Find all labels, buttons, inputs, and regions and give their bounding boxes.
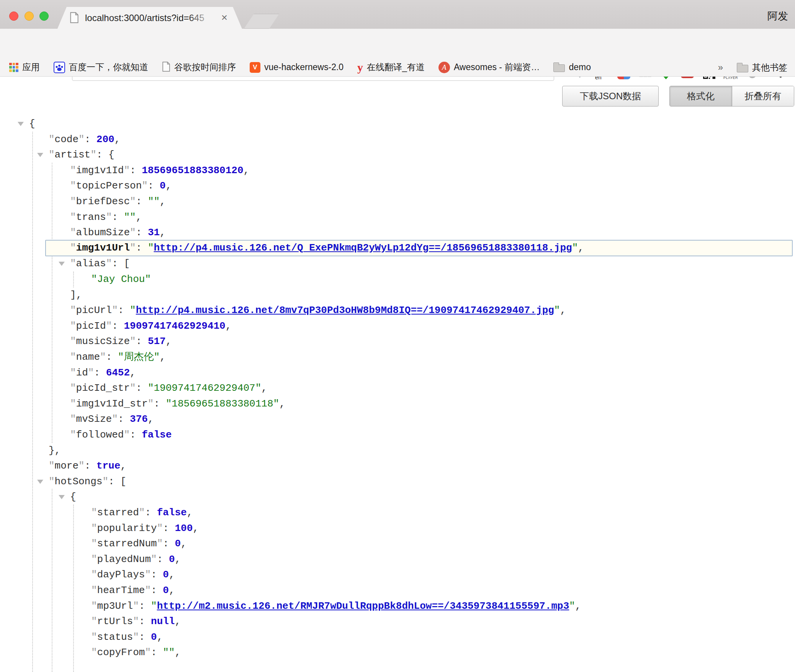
collapse-triangle-icon[interactable] bbox=[59, 495, 65, 499]
json-token: : bbox=[139, 631, 151, 643]
json-token: picId_str bbox=[76, 382, 130, 394]
json-token: artist bbox=[55, 149, 91, 161]
json-token: , bbox=[166, 336, 172, 347]
json-token: "18569651883380118" bbox=[166, 398, 279, 410]
bookmark-vue-hackernews[interactable]: V vue-hackernews-2.0 bbox=[250, 58, 344, 77]
json-token: " bbox=[70, 242, 76, 254]
json-token: : bbox=[136, 196, 148, 207]
json-token: img1v1Id_str bbox=[76, 398, 148, 410]
json-token: { bbox=[29, 118, 35, 129]
json-token: 517 bbox=[148, 336, 166, 347]
json-token: : bbox=[148, 180, 160, 192]
json-token: " bbox=[157, 523, 163, 534]
json-token: " bbox=[130, 227, 136, 238]
tab-close-icon[interactable]: × bbox=[221, 7, 227, 29]
json-token: }, bbox=[49, 445, 61, 456]
collapse-triangle-icon[interactable] bbox=[59, 262, 65, 266]
indent-guide bbox=[52, 163, 52, 443]
json-token: status bbox=[97, 631, 133, 643]
json-token: " bbox=[91, 631, 97, 643]
json-token: " bbox=[572, 242, 578, 254]
json-token: , bbox=[193, 523, 199, 534]
json-token: hotSongs bbox=[55, 476, 103, 487]
json-token: img1v1Id bbox=[76, 165, 124, 176]
collapse-triangle-icon[interactable] bbox=[18, 122, 24, 126]
bookmark-apps[interactable]: 应用 bbox=[9, 58, 40, 77]
json-token: , bbox=[578, 242, 584, 254]
json-line: "rtUrls": null, bbox=[91, 614, 181, 629]
bookmark-youdao[interactable]: y 在线翻译_有道 bbox=[357, 58, 425, 77]
json-line: "musicSize": 517, bbox=[70, 334, 172, 349]
json-token: " bbox=[151, 554, 157, 565]
json-token: , bbox=[279, 398, 285, 410]
awesomes-icon: A bbox=[438, 62, 450, 73]
json-token: "" bbox=[148, 196, 160, 207]
json-token: " bbox=[554, 305, 560, 316]
json-token: name bbox=[76, 351, 100, 363]
folder-icon bbox=[553, 64, 565, 72]
json-token: : bbox=[139, 616, 151, 627]
json-line: "copyFrom": "", bbox=[91, 645, 181, 661]
json-line: "id": 6452, bbox=[70, 365, 136, 381]
collapse-triangle-icon[interactable] bbox=[37, 480, 43, 484]
json-line: "more": true, bbox=[49, 458, 126, 474]
json-token: hearTime bbox=[97, 585, 145, 596]
minimize-window-button[interactable] bbox=[25, 11, 34, 21]
json-line: "alias": [ bbox=[70, 256, 130, 272]
new-tab-button[interactable] bbox=[244, 14, 279, 29]
bookmark-demo-folder[interactable]: demo bbox=[553, 58, 591, 77]
json-token: false bbox=[142, 429, 172, 441]
close-window-button[interactable] bbox=[9, 11, 18, 21]
browser-profile-name[interactable]: 阿发 bbox=[767, 9, 788, 23]
json-token: playedNum bbox=[97, 554, 151, 565]
browser-tab[interactable]: localhost:3000/artists?id=645 × bbox=[57, 7, 242, 29]
json-token: : bbox=[136, 242, 148, 254]
json-token: 18569651883380120 bbox=[142, 165, 243, 176]
json-token: : bbox=[118, 413, 130, 425]
baidu-paw-icon bbox=[54, 62, 65, 73]
json-token: " bbox=[106, 211, 112, 223]
bookmark-baidu[interactable]: 百度一下，你就知道 bbox=[54, 58, 148, 77]
json-token: " bbox=[130, 305, 136, 316]
json-token: " bbox=[151, 600, 157, 612]
json-token: : [ bbox=[108, 476, 126, 487]
json-token: " bbox=[49, 476, 55, 487]
json-token: " bbox=[569, 600, 575, 612]
json-token: , bbox=[166, 180, 172, 192]
json-link[interactable]: http://p4.music.126.net/8mv7qP30Pd3oHW8b… bbox=[136, 305, 554, 316]
json-line: "topicPerson": 0, bbox=[70, 178, 172, 194]
json-token: : bbox=[112, 320, 124, 332]
json-token: true bbox=[97, 460, 120, 472]
json-line: "popularity": 100, bbox=[91, 521, 199, 536]
bookmark-awesomes[interactable]: A Awesomes - 前端资… bbox=[438, 58, 540, 77]
json-token: alias bbox=[76, 258, 106, 269]
json-link[interactable]: http://m2.music.126.net/RMJR7wDullRqppBk… bbox=[157, 600, 569, 612]
json-token: "" bbox=[124, 211, 136, 223]
json-token: " bbox=[130, 242, 136, 254]
indent-guide bbox=[52, 489, 52, 672]
other-bookmarks-folder[interactable]: 其他书签 bbox=[737, 58, 787, 77]
json-token: topicPerson bbox=[76, 180, 142, 192]
maximize-window-button[interactable] bbox=[39, 11, 49, 21]
json-line: "followed": false bbox=[70, 427, 172, 443]
json-token: "周杰伦" bbox=[118, 351, 160, 363]
json-token: id bbox=[76, 367, 88, 379]
json-token: " bbox=[91, 600, 97, 612]
json-line: "playedNum": 0, bbox=[91, 552, 181, 567]
json-token: " bbox=[148, 398, 154, 410]
json-link[interactable]: http://p4.music.126.net/Q_ExePNkmqB2yWyL… bbox=[154, 242, 572, 254]
bookmark-google-sort[interactable]: 谷歌按时间排序 bbox=[162, 58, 236, 77]
json-token: " bbox=[70, 429, 76, 441]
json-token: " bbox=[157, 538, 163, 549]
collapse-triangle-icon[interactable] bbox=[37, 153, 43, 157]
json-token: " bbox=[145, 647, 151, 658]
json-token: " bbox=[112, 413, 118, 425]
bookmarks-overflow-icon[interactable]: » bbox=[718, 62, 723, 73]
json-token: picUrl bbox=[76, 305, 112, 316]
json-token: , bbox=[187, 507, 193, 518]
json-token: " bbox=[70, 367, 76, 379]
json-token: code bbox=[55, 134, 79, 145]
json-token: : bbox=[145, 507, 157, 518]
json-token: " bbox=[124, 429, 130, 441]
json-token: musicSize bbox=[76, 336, 130, 347]
